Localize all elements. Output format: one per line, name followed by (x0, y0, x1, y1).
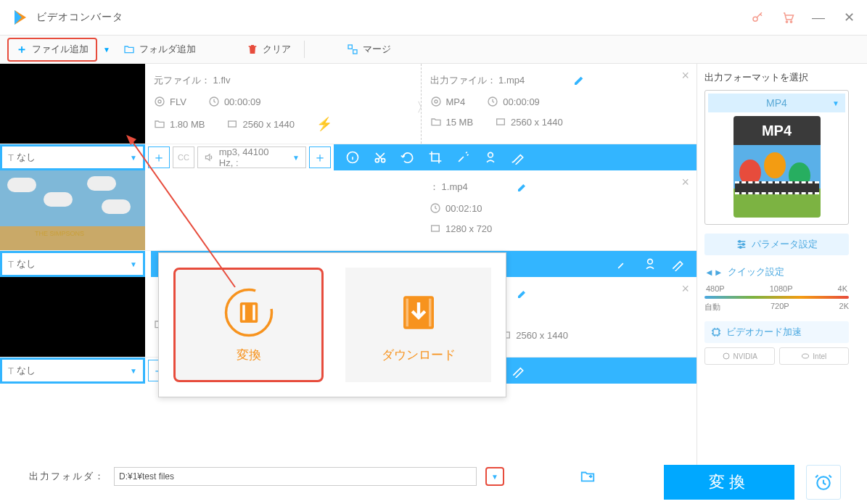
convert-mode-card[interactable]: 変換 (173, 268, 324, 382)
svg-point-37 (742, 244, 744, 246)
subtitle-select[interactable]: T なし▼ (2, 360, 143, 381)
add-file-label: ファイル追加 (32, 43, 89, 56)
cart-icon[interactable] (781, 11, 794, 24)
svg-point-5 (155, 97, 164, 106)
param-label: パラメータ設定 (752, 238, 818, 251)
out-duration: 00:00:09 (503, 96, 540, 107)
folder-size-icon (154, 118, 165, 130)
format-card-label: MP4 (734, 116, 821, 145)
format-selector[interactable]: MP4▼ MP4 (704, 90, 849, 225)
output-folder-input[interactable] (114, 467, 477, 486)
add-file-button[interactable]: ＋ ファイル追加 (7, 38, 97, 62)
svg-point-1 (786, 21, 787, 22)
key-icon[interactable] (751, 11, 764, 24)
download-label: ダウンロード (382, 347, 456, 363)
plus-icon: ＋ (16, 42, 28, 57)
out-duration: 00:02:10 (445, 203, 482, 214)
add-subtitle-button[interactable]: ＋ (148, 146, 170, 168)
clear-button[interactable]: クリア (239, 40, 298, 59)
folder-icon (123, 44, 135, 55)
gpu-accel-button[interactable]: ビデオカード加速 (704, 321, 849, 343)
thumbnail[interactable] (0, 277, 145, 357)
cc-button[interactable]: CC (173, 146, 194, 168)
thumbnail[interactable] (0, 64, 145, 144)
out-res: 2560 x 1440 (511, 117, 563, 128)
disc-icon (430, 96, 442, 107)
svg-rect-8 (229, 121, 237, 127)
subtitle-select[interactable]: T なし▼ (2, 253, 143, 275)
parameter-settings-button[interactable]: パラメータ設定 (704, 234, 849, 255)
nvidia-badge[interactable]: NVIDIA (704, 347, 775, 365)
resolution-icon (495, 116, 506, 128)
rotate-icon[interactable] (400, 150, 415, 165)
app-title: ビデオコンバータ (36, 11, 123, 24)
merge-button[interactable]: マージ (340, 40, 398, 59)
svg-point-6 (158, 100, 161, 103)
svg-rect-33 (429, 298, 432, 326)
src-size: 1.80 MB (170, 119, 205, 130)
svg-rect-39 (713, 329, 719, 335)
info-icon[interactable] (345, 150, 360, 165)
svg-rect-4 (353, 50, 357, 54)
edit-text-icon[interactable] (511, 363, 525, 378)
svg-point-41 (802, 354, 809, 358)
out-res: 2560 x 1440 (516, 330, 568, 341)
resolution-icon (430, 223, 441, 234)
merge-label: マージ (363, 43, 391, 56)
clock-icon (487, 96, 498, 107)
remove-file-button[interactable]: × (681, 175, 689, 190)
edit-text-icon[interactable] (511, 150, 525, 165)
remove-file-button[interactable]: × (681, 281, 689, 297)
cut-icon[interactable] (373, 150, 387, 165)
bolt-icon: ⚡ (316, 116, 332, 132)
remove-file-button[interactable]: × (681, 68, 689, 83)
quality-slider[interactable]: 480P1080P4K 自動720P2K (704, 284, 849, 313)
subtitle-value: なし (17, 257, 36, 270)
edit-icon[interactable] (517, 288, 528, 299)
edit-icon[interactable] (517, 181, 528, 193)
minimize-button[interactable]: — (812, 10, 825, 25)
source-file-label: 元ファイル： 1.flv (154, 74, 230, 87)
watermark-icon[interactable] (483, 150, 498, 165)
svg-point-40 (723, 353, 729, 359)
download-mode-card[interactable]: ダウンロード (345, 268, 491, 382)
edit-text-icon[interactable] (670, 257, 685, 271)
sliders-icon (736, 239, 747, 250)
gpu-label: ビデオカード加速 (726, 326, 802, 339)
output-folder-label: 出力フォルダ： (29, 470, 105, 483)
add-file-dropdown[interactable]: ▼ (97, 46, 116, 54)
add-folder-button[interactable]: フォルダ追加 (116, 40, 203, 59)
chip-icon (710, 326, 722, 338)
resolution-icon (226, 118, 238, 130)
add-folder-label: フォルダ追加 (139, 43, 196, 56)
thumbnail[interactable]: THE SIMPSONS (0, 170, 145, 250)
convert-label: 変換 (237, 347, 261, 363)
open-folder-icon[interactable] (580, 468, 596, 484)
sidebar-title: 出力フォーマットを選択 (704, 71, 849, 84)
subtitle-value: なし (17, 364, 36, 377)
effects-icon[interactable] (615, 257, 630, 271)
watermark-icon[interactable] (643, 257, 657, 271)
trash-icon (247, 44, 258, 55)
out-format: MP4 (446, 96, 466, 107)
intel-badge[interactable]: Intel (779, 347, 850, 365)
effects-icon[interactable] (456, 150, 470, 165)
download-icon (393, 287, 444, 338)
edit-icon[interactable] (573, 75, 585, 86)
subtitle-select[interactable]: T なし▼ (2, 146, 143, 168)
schedule-button[interactable] (806, 465, 841, 500)
add-audio-button[interactable]: ＋ (309, 146, 331, 168)
subtitle-value: なし (17, 151, 36, 164)
convert-button[interactable]: 変換 (664, 465, 794, 500)
crop-icon[interactable] (428, 150, 443, 165)
svg-point-16 (488, 152, 493, 157)
clear-label: クリア (263, 43, 291, 56)
close-button[interactable]: ✕ (842, 9, 855, 25)
output-folder-dropdown[interactable]: ▼ (485, 467, 504, 486)
merge-icon (347, 44, 358, 55)
svg-point-38 (739, 247, 741, 249)
audio-select[interactable]: mp3, 44100 Hz, :▼ (197, 146, 306, 168)
svg-rect-32 (406, 298, 408, 326)
svg-rect-30 (252, 305, 255, 320)
audio-value: mp3, 44100 Hz, : (219, 146, 285, 168)
